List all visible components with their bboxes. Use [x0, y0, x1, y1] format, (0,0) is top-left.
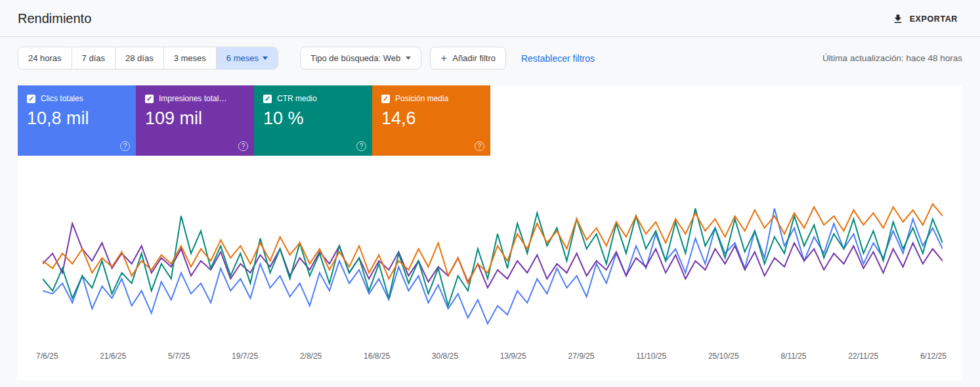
card-total-clicks[interactable]: ✓ Clics totales 10,8 mil ? — [18, 85, 136, 156]
card-value: 109 mil — [145, 108, 245, 129]
performance-panel: ✓ Clics totales 10,8 mil ? ✓ Impresiones… — [18, 85, 962, 380]
card-label: Impresiones total… — [159, 94, 226, 103]
x-tick-label: 8/11/25 — [780, 352, 806, 361]
page-title: Rendimiento — [18, 11, 91, 26]
x-tick-label: 6/12/25 — [920, 352, 947, 361]
chart-line-clics-totales — [43, 208, 943, 323]
x-tick-label: 16/8/25 — [364, 352, 390, 361]
x-tick-label: 11/10/25 — [636, 352, 666, 361]
time-range-selector: 24 horas 7 días 28 días 3 meses 6 meses — [18, 47, 278, 70]
card-label: Posición media — [395, 94, 448, 103]
chevron-down-icon — [263, 57, 268, 60]
card-label: CTR medio — [277, 94, 317, 103]
search-type-label: Tipo de búsqueda: Web — [310, 53, 400, 63]
help-icon[interactable]: ? — [238, 141, 248, 151]
x-tick-label: 5/7/25 — [168, 352, 190, 361]
x-tick-label: 2/8/25 — [300, 352, 322, 361]
help-icon[interactable]: ? — [475, 141, 484, 151]
chart-line-posición-media — [43, 204, 943, 283]
chart-canvas — [43, 177, 943, 342]
help-icon[interactable]: ? — [356, 141, 366, 151]
plus-icon: + — [440, 53, 447, 64]
search-type-dropdown[interactable]: Tipo de búsqueda: Web — [300, 47, 421, 70]
checkbox-checked-icon[interactable]: ✓ — [145, 95, 154, 103]
chevron-down-icon — [406, 57, 411, 60]
x-tick-label: 13/9/25 — [500, 352, 526, 361]
card-value: 14,6 — [381, 108, 481, 129]
x-tick-label: 7/6/25 — [36, 352, 58, 361]
card-average-position[interactable]: ✓ Posición media 14,6 ? — [372, 85, 490, 156]
export-label: EXPORTAR — [910, 14, 958, 24]
last-update-text: Última actualización: hace 48 horas — [822, 53, 962, 63]
time-range-6-meses-label: 6 meses — [226, 53, 259, 63]
x-tick-label: 25/10/25 — [708, 352, 739, 361]
card-average-ctr[interactable]: ✓ CTR medio 10 % ? — [254, 85, 372, 156]
add-filter-button[interactable]: + Añadir filtro — [430, 47, 506, 70]
x-tick-label: 19/7/25 — [232, 352, 258, 361]
x-tick-label: 21/6/25 — [100, 352, 126, 361]
time-range-3-meses[interactable]: 3 meses — [163, 47, 216, 69]
card-value: 10,8 mil — [27, 108, 127, 129]
performance-page: Rendimiento EXPORTAR 24 horas 7 días 28 … — [0, 0, 980, 380]
x-tick-label: 30/8/25 — [432, 352, 458, 361]
checkbox-checked-icon[interactable]: ✓ — [381, 95, 390, 103]
download-icon — [892, 13, 904, 25]
time-range-28-dias[interactable]: 28 días — [115, 47, 163, 69]
chart-x-axis: 7/6/2521/6/255/7/2519/7/252/8/2516/8/253… — [18, 342, 962, 361]
checkbox-checked-icon[interactable]: ✓ — [27, 95, 35, 103]
time-range-24-horas[interactable]: 24 horas — [18, 47, 72, 69]
time-range-6-meses[interactable]: 6 meses — [216, 47, 278, 69]
checkbox-checked-icon[interactable]: ✓ — [263, 95, 272, 103]
filter-toolbar: 24 horas 7 días 28 días 3 meses 6 meses … — [0, 37, 980, 70]
reset-filters-link[interactable]: Restablecer filtros — [521, 53, 595, 64]
page-header: Rendimiento EXPORTAR — [0, 0, 980, 37]
time-range-7-dias[interactable]: 7 días — [72, 47, 115, 69]
help-icon[interactable]: ? — [120, 141, 130, 151]
export-button[interactable]: EXPORTAR — [888, 12, 962, 26]
x-tick-label: 27/9/25 — [568, 352, 594, 361]
card-label: Clics totales — [41, 94, 83, 103]
metric-cards: ✓ Clics totales 10,8 mil ? ✓ Impresiones… — [18, 85, 962, 156]
card-total-impressions[interactable]: ✓ Impresiones total… 109 mil ? — [136, 85, 254, 156]
performance-chart — [18, 156, 962, 342]
card-value: 10 % — [263, 108, 363, 129]
x-tick-label: 22/11/25 — [848, 352, 878, 361]
add-filter-label: Añadir filtro — [452, 53, 496, 63]
